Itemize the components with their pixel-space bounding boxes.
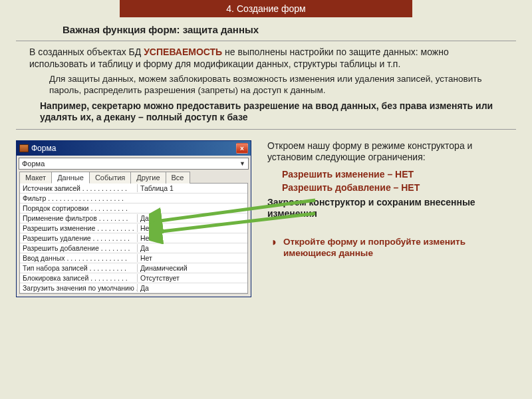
property-label: Фильтр . . . . . . . . . . . . . . . . .… — [20, 194, 137, 202]
properties-window: Форма × Форма ▼ МакетДанныеСобытияДругие… — [16, 140, 251, 297]
property-row[interactable]: Разрешить изменение . . . . . . . . . .Н… — [20, 223, 247, 233]
note-text: Откройте форму и попробуйте изменить име… — [283, 237, 466, 259]
property-value[interactable]: Нет — [137, 224, 247, 232]
property-row[interactable]: Блокировка записей . . . . . . . . . .От… — [20, 273, 247, 283]
property-label: Ввод данных . . . . . . . . . . . . . . … — [20, 254, 137, 262]
property-grid[interactable]: Источник записей . . . . . . . . . . . .… — [19, 183, 248, 294]
tab-данные[interactable]: Данные — [51, 172, 90, 184]
property-label: Блокировка записей . . . . . . . . . . — [20, 274, 137, 282]
right-line-1: Откроем нашу форму в режиме конструктора… — [267, 140, 516, 164]
property-row[interactable]: Тип набора записей . . . . . . . . . .Ди… — [20, 263, 247, 273]
property-label: Источник записей . . . . . . . . . . . . — [20, 184, 137, 192]
property-value[interactable]: Нет — [137, 254, 247, 262]
property-label: Разрешить удаление . . . . . . . . . . — [20, 234, 137, 242]
window-title-bar: Форма × — [17, 141, 251, 156]
bullet-icon: ◗ — [273, 239, 276, 247]
paragraph-2: Для защиты данных, можем заблокировать в… — [49, 74, 500, 96]
object-dropdown[interactable]: Форма ▼ — [19, 158, 249, 170]
property-label: Загрузить значения по умолчанию . . — [20, 284, 137, 292]
tab-другие[interactable]: Другие — [130, 172, 166, 184]
property-value[interactable]: Да — [137, 214, 247, 222]
callout-note: ◗ Откройте форму и попробуйте изменить и… — [283, 236, 516, 259]
property-row[interactable]: Порядок сортировки . . . . . . . . . . — [20, 203, 247, 213]
property-value[interactable]: Да — [137, 244, 247, 252]
property-row[interactable]: Загрузить значения по умолчанию . .Да — [20, 283, 247, 293]
property-value[interactable]: Динамический — [137, 264, 247, 272]
dropdown-value: Форма — [22, 160, 45, 168]
right-column: Откроем нашу форму в режиме конструктора… — [267, 140, 516, 297]
property-row[interactable]: Ввод данных . . . . . . . . . . . . . . … — [20, 253, 247, 263]
property-label: Разрешить изменение . . . . . . . . . . — [20, 224, 137, 232]
tab-события[interactable]: События — [89, 172, 131, 184]
tab-макет[interactable]: Макет — [19, 172, 52, 184]
property-row[interactable]: Применение фильтров . . . . . . . .Да — [20, 213, 247, 223]
divider — [16, 129, 516, 130]
paragraph-1: В созданных объектах БД УСПЕВАЕМОСТЬ не … — [29, 47, 503, 70]
tab-все[interactable]: Все — [166, 172, 190, 184]
p1-highlight: УСПЕВАЕМОСТЬ — [144, 47, 222, 57]
window-icon — [19, 144, 29, 152]
property-label: Порядок сортировки . . . . . . . . . . — [20, 204, 137, 212]
restriction-2: Разрешить добавление – НЕТ — [282, 182, 516, 193]
property-value[interactable]: Отсутствует — [137, 274, 247, 282]
slide-header: 4. Создание форм — [120, 0, 412, 17]
property-row[interactable]: Фильтр . . . . . . . . . . . . . . . . .… — [20, 194, 247, 203]
property-value[interactable]: Таблица 1 — [137, 184, 247, 192]
window-title: Форма — [31, 144, 56, 153]
right-line-2: Закроем конструктор и сохраним внесенные… — [267, 197, 516, 220]
property-value[interactable]: Нет — [137, 234, 247, 242]
p1-a: В созданных объектах БД — [29, 47, 144, 57]
property-row[interactable]: Разрешить добавление . . . . . . . .Да — [20, 243, 247, 253]
paragraph-3: Например, секретарю можно предоставить р… — [40, 100, 503, 124]
close-button[interactable]: × — [236, 143, 248, 154]
restriction-1: Разрешить изменение – НЕТ — [282, 169, 516, 180]
property-label: Тип набора записей . . . . . . . . . . — [20, 264, 137, 272]
property-row[interactable]: Разрешить удаление . . . . . . . . . .Не… — [20, 233, 247, 243]
property-value[interactable]: Да — [137, 284, 247, 292]
property-label: Применение фильтров . . . . . . . . — [20, 214, 137, 222]
section-title: Важная функция форм: защита данных — [63, 24, 516, 35]
chevron-down-icon: ▼ — [239, 160, 245, 167]
property-row[interactable]: Источник записей . . . . . . . . . . . .… — [20, 184, 247, 194]
tabs-row: МакетДанныеСобытияДругиеВсе — [17, 172, 251, 184]
property-label: Разрешить добавление . . . . . . . . — [20, 244, 137, 252]
divider — [16, 41, 516, 41]
